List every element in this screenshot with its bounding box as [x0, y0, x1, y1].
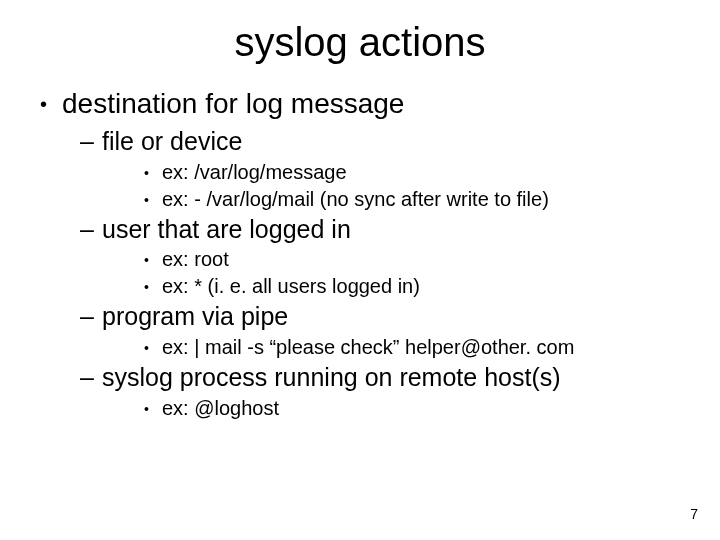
list-item: ex: @loghost	[102, 395, 680, 422]
bullet-text: file or device	[102, 127, 242, 155]
bullet-list-level1: destination for log message file or devi…	[40, 85, 680, 422]
bullet-text: ex: * (i. e. all users logged in)	[162, 275, 420, 297]
bullet-list-level3: ex: root ex: * (i. e. all users logged i…	[102, 246, 680, 300]
bullet-text: ex: | mail -s “please check” helper@othe…	[162, 336, 574, 358]
bullet-list-level3: ex: | mail -s “please check” helper@othe…	[102, 334, 680, 361]
list-item: ex: /var/log/message	[102, 159, 680, 186]
slide: syslog actions destination for log messa…	[0, 0, 720, 540]
bullet-text: ex: root	[162, 248, 229, 270]
bullet-text: ex: @loghost	[162, 397, 279, 419]
bullet-text: destination for log message	[62, 88, 404, 119]
bullet-text: syslog process running on remote host(s)	[102, 363, 561, 391]
bullet-text: program via pipe	[102, 302, 288, 330]
bullet-list-level2: file or device ex: /var/log/message ex: …	[62, 125, 680, 422]
list-item: program via pipe ex: | mail -s “please c…	[62, 300, 680, 361]
bullet-list-level3: ex: /var/log/message ex: - /var/log/mail…	[102, 159, 680, 213]
bullet-text: ex: /var/log/message	[162, 161, 347, 183]
list-item: ex: - /var/log/mail (no sync after write…	[102, 186, 680, 213]
list-item: file or device ex: /var/log/message ex: …	[62, 125, 680, 213]
bullet-list-level3: ex: @loghost	[102, 395, 680, 422]
list-item: syslog process running on remote host(s)…	[62, 361, 680, 422]
bullet-text: user that are logged in	[102, 215, 351, 243]
list-item: ex: root	[102, 246, 680, 273]
slide-title: syslog actions	[0, 0, 720, 75]
page-number: 7	[690, 506, 698, 522]
list-item: ex: * (i. e. all users logged in)	[102, 273, 680, 300]
list-item: ex: | mail -s “please check” helper@othe…	[102, 334, 680, 361]
list-item: destination for log message file or devi…	[40, 85, 680, 422]
slide-content: destination for log message file or devi…	[0, 85, 720, 422]
list-item: user that are logged in ex: root ex: * (…	[62, 213, 680, 301]
bullet-text: ex: - /var/log/mail (no sync after write…	[162, 188, 549, 210]
